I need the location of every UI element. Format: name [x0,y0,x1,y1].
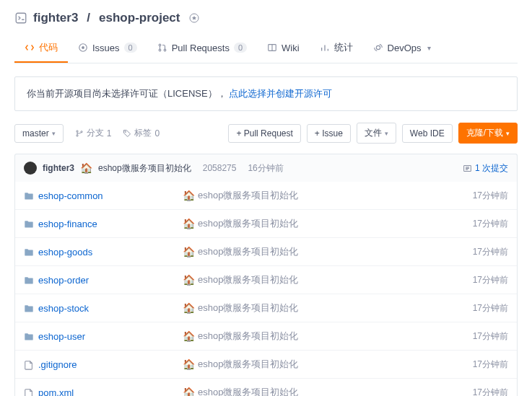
tab-label: Wiki [282,43,300,53]
tab-wiki[interactable]: Wiki [257,34,310,63]
file-commit-msg[interactable]: 🏠eshop微服务项目初始化 [183,302,473,314]
house-icon: 🏠 [183,330,195,342]
owner-link[interactable]: fighter3 [33,11,78,25]
file-commit-msg[interactable]: 🏠eshop微服务项目初始化 [183,273,473,286]
latest-commit-bar: fighter3 🏠 eshop微服务项目初始化 2058275 16分钟前 1… [14,154,518,182]
file-icon [24,387,34,396]
web-ide-button[interactable]: Web IDE [402,124,453,143]
branches-link[interactable]: 分支 1 [75,127,112,139]
tab-devops[interactable]: DevOps ▾ [363,34,441,63]
folder-icon [24,330,34,342]
license-create-link[interactable]: 点此选择并创建开源许可 [229,88,332,99]
list-icon [463,164,472,173]
file-name-cell: eshop-goods [24,246,183,258]
folder-icon [24,246,34,258]
branch-select[interactable]: master ▾ [14,124,64,143]
file-icon [24,358,34,370]
stats-icon [320,43,330,53]
repo-icon [14,12,27,25]
commit-author[interactable]: fighter3 [43,163,74,173]
file-commit-msg[interactable]: 🏠eshop微服务项目初始化 [183,245,473,258]
file-link[interactable]: eshop-user [38,331,85,342]
new-issue-button[interactable]: + Issue [307,124,351,143]
file-name-cell: eshop-order [24,274,183,286]
file-row: eshop-goods🏠eshop微服务项目初始化17分钟前 [15,238,517,266]
house-icon: 🏠 [183,302,195,314]
svg-point-8 [77,130,78,131]
file-link[interactable]: eshop-common [38,190,103,201]
file-name-cell: eshop-finance [24,218,183,229]
file-commit-msg[interactable]: 🏠eshop微服务项目初始化 [183,358,473,371]
file-row: pom.xml🏠eshop微服务项目初始化17分钟前 [15,379,517,396]
tab-label: 代码 [39,41,58,54]
file-link[interactable]: eshop-finance [38,219,97,229]
pull-request-icon [157,43,167,53]
file-time: 17分钟前 [473,330,508,343]
files-button[interactable]: 文件 ▾ [357,123,396,144]
file-commit-msg[interactable]: 🏠eshop微服务项目初始化 [183,217,473,230]
file-link[interactable]: eshop-stock [38,303,89,314]
tab-label: Pull Requests [172,43,230,53]
file-time: 17分钟前 [473,358,508,371]
file-row: eshop-user🏠eshop微服务项目初始化17分钟前 [15,322,517,351]
file-time: 17分钟前 [473,387,508,397]
tab-label: DevOps [388,43,422,53]
chevron-down-icon: ▾ [427,44,431,52]
folder-icon [24,218,34,229]
pulls-count-badge: 0 [234,43,247,53]
tag-icon [123,129,131,138]
avatar[interactable] [24,162,37,175]
project-link[interactable]: eshop-project [99,11,180,25]
commits-count-link[interactable]: 1 次提交 [463,162,508,175]
commit-sha[interactable]: 2058275 [203,163,237,173]
file-row: eshop-stock🏠eshop微服务项目初始化17分钟前 [15,294,517,322]
code-icon [25,43,35,53]
file-list: eshop-common🏠eshop微服务项目初始化17分钟前eshop-fin… [14,182,518,396]
repo-title: fighter3 / eshop-project [14,11,518,25]
tab-stats[interactable]: 统计 [310,34,363,63]
house-icon: 🏠 [183,246,195,258]
tab-issues[interactable]: Issues 0 [68,34,147,63]
svg-point-5 [159,49,161,51]
folder-icon [24,302,34,314]
file-name-cell: eshop-stock [24,302,183,314]
file-name-cell: eshop-user [24,330,183,342]
file-time: 17分钟前 [473,274,508,286]
file-row: eshop-order🏠eshop微服务项目初始化17分钟前 [15,266,517,294]
file-link[interactable]: pom.xml [38,387,74,397]
svg-point-3 [82,47,84,49]
file-name-cell: pom.xml [24,387,183,396]
file-row: eshop-finance🏠eshop微服务项目初始化17分钟前 [15,210,517,238]
chevron-down-icon: ▾ [506,130,510,137]
new-pull-request-button[interactable]: + Pull Request [228,124,300,143]
commit-time: 16分钟前 [248,162,283,175]
svg-rect-0 [16,13,26,23]
file-commit-msg[interactable]: 🏠eshop微服务项目初始化 [183,386,473,396]
repo-toolbar: master ▾ 分支 1 标签 0 + Pull Request + Issu… [14,123,518,144]
commit-message[interactable]: eshop微服务项目初始化 [98,162,191,175]
clone-download-button[interactable]: 克隆/下载 ▾ [458,123,518,144]
file-time: 17分钟前 [473,246,508,258]
file-time: 17分钟前 [473,218,508,230]
file-link[interactable]: eshop-goods [38,247,92,258]
tab-pull-requests[interactable]: Pull Requests 0 [147,34,257,63]
license-notice: 你当前开源项目尚未选择许可证（LICENSE）， 点此选择并创建开源许可 [14,76,518,111]
file-commit-msg[interactable]: 🏠eshop微服务项目初始化 [183,189,473,202]
badge-icon [188,12,200,24]
issues-count-badge: 0 [124,43,137,53]
svg-point-6 [164,49,166,51]
house-icon: 🏠 [183,218,195,229]
file-link[interactable]: eshop-order [38,275,89,286]
branch-info: 分支 1 标签 0 [75,127,160,139]
svg-point-11 [125,131,126,133]
tab-label: 统计 [334,41,353,54]
file-commit-msg[interactable]: 🏠eshop微服务项目初始化 [183,330,473,343]
svg-point-9 [77,134,78,136]
tab-label: Issues [92,43,120,53]
file-link[interactable]: .gitignore [38,359,77,370]
tags-link[interactable]: 标签 0 [123,127,160,139]
house-icon: 🏠 [80,162,92,174]
house-icon: 🏠 [183,387,195,396]
nav-tabs: 代码 Issues 0 Pull Requests 0 Wiki 统计 DevO… [14,34,518,63]
tab-code[interactable]: 代码 [14,34,68,63]
